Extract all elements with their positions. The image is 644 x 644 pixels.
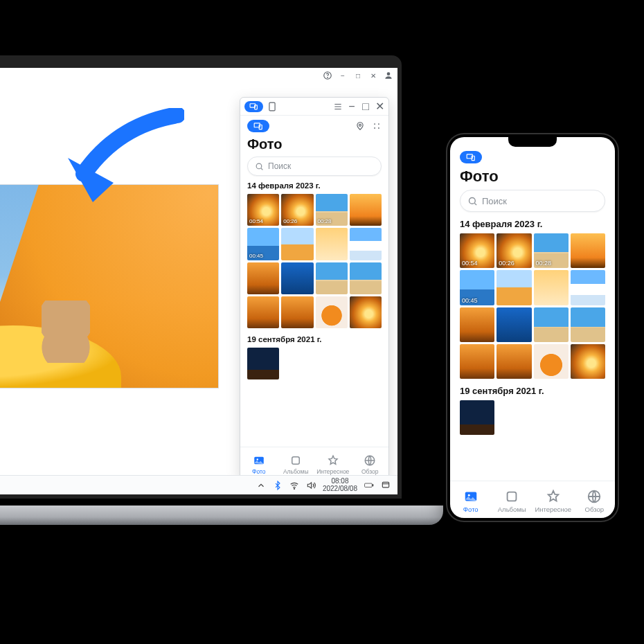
mirror-content[interactable]: 14 февраля 2023 г.00:5400:2600:2800:4519… <box>240 179 388 447</box>
photo-thumbnail[interactable] <box>316 296 348 328</box>
search-input[interactable]: Поиск <box>247 156 382 176</box>
photo-thumbnail[interactable] <box>497 344 531 379</box>
laptop-screen: − □ ✕ <box>0 55 402 499</box>
phone-content[interactable]: 14 февраля 2023 г.00:5400:2600:2800:4519… <box>450 216 615 481</box>
mirror-titlebar: − □ ✕ <box>240 98 388 116</box>
photo-thumbnail[interactable]: 00:26 <box>497 233 531 268</box>
phone-mirror-panel[interactable]: − □ ✕ Фото <box>240 97 389 479</box>
battery-icon[interactable] <box>364 481 374 490</box>
photo-thumbnail[interactable] <box>247 348 279 379</box>
video-duration: 00:28 <box>318 218 332 224</box>
photo-thumbnail[interactable] <box>497 307 531 342</box>
taskbar-clock[interactable]: 08:08 2022/08/08 <box>323 478 357 492</box>
svg-rect-20 <box>373 484 373 485</box>
svg-point-26 <box>468 494 470 497</box>
photo-thumbnail[interactable] <box>571 270 605 305</box>
device-icon[interactable] <box>267 102 277 111</box>
photo-thumbnail[interactable] <box>247 262 279 294</box>
desktop[interactable]: − □ ✕ <box>0 68 397 494</box>
svg-rect-16 <box>292 456 300 464</box>
photos-icon <box>463 489 478 504</box>
phone-notch <box>508 137 557 147</box>
albums-icon <box>504 489 519 504</box>
tab-highlights[interactable]: Интересное <box>314 454 352 475</box>
photo-thumbnail[interactable]: 00:26 <box>281 194 313 226</box>
phone-screen[interactable]: Фото Поиск 14 февраля 2023 г.00:5400:260… <box>450 137 615 518</box>
photo-thumbnail[interactable] <box>281 228 313 260</box>
tab-label: Обзор <box>585 506 604 513</box>
close-icon[interactable]: ✕ <box>368 71 378 80</box>
photo-thumbnail[interactable]: 00:54 <box>460 233 494 268</box>
tab-photos[interactable]: Фото <box>240 454 278 475</box>
user-icon[interactable] <box>384 71 393 80</box>
photo-thumbnail[interactable] <box>571 344 605 379</box>
close-icon[interactable]: ✕ <box>375 102 384 111</box>
multiscreen-chip-icon[interactable] <box>247 120 269 132</box>
chevron-up-icon[interactable] <box>256 481 266 490</box>
photo-thumbnail[interactable] <box>350 262 382 294</box>
photo-thumbnail[interactable] <box>497 270 531 305</box>
photo-thumbnail[interactable]: 00:28 <box>534 233 569 268</box>
photo-thumbnail[interactable] <box>350 228 382 260</box>
taskbar[interactable]: 08:08 2022/08/08 <box>0 475 397 494</box>
tabbar: Фото Альбомы Интересное Обзор <box>240 447 388 478</box>
photo-thumbnail[interactable] <box>460 344 494 379</box>
tab-browse[interactable]: Обзор <box>352 454 389 475</box>
tab-albums[interactable]: Альбомы <box>278 454 315 475</box>
photo-thumbnail[interactable] <box>534 344 569 379</box>
photo-thumbnail[interactable] <box>460 307 494 342</box>
tab-highlights[interactable]: Интересное <box>533 489 574 513</box>
photo-thumbnail[interactable]: 00:45 <box>460 270 494 305</box>
photo-thumbnail[interactable] <box>534 270 569 305</box>
svg-point-8 <box>359 124 361 126</box>
photo-thumbnail[interactable] <box>247 296 279 328</box>
multiscreen-indicator-icon[interactable] <box>244 101 263 112</box>
svg-point-18 <box>294 488 294 489</box>
menu-icon[interactable] <box>333 102 343 111</box>
svg-point-12 <box>378 127 379 129</box>
photos-icon <box>253 454 265 467</box>
maximize-icon[interactable]: □ <box>361 102 370 111</box>
svg-point-15 <box>256 458 258 460</box>
help-icon[interactable] <box>323 71 332 80</box>
maximize-icon[interactable]: □ <box>353 71 363 80</box>
photo-thumbnail[interactable] <box>350 296 382 328</box>
photo-thumbnail[interactable] <box>571 233 605 268</box>
photo-thumbnail[interactable] <box>281 296 313 328</box>
dropped-photo[interactable] <box>0 184 219 388</box>
video-duration: 00:54 <box>462 260 478 267</box>
svg-point-9 <box>374 123 375 125</box>
photo-thumbnail[interactable] <box>571 307 605 342</box>
tab-browse[interactable]: Обзор <box>574 489 616 513</box>
photo-thumbnail[interactable]: 00:45 <box>247 228 279 260</box>
tab-label: Интересное <box>316 468 349 475</box>
photo-thumbnail[interactable] <box>350 194 382 226</box>
notifications-icon[interactable] <box>381 481 391 490</box>
photo-thumbnail[interactable] <box>281 262 313 294</box>
tab-photos[interactable]: Фото <box>450 489 492 513</box>
drag-arrow-icon <box>60 108 184 212</box>
photo-thumbnail[interactable] <box>460 400 494 435</box>
tab-label: Фото <box>252 468 266 475</box>
photo-thumbnail[interactable] <box>316 228 348 260</box>
search-input[interactable]: Поиск <box>460 190 605 212</box>
laptop-base <box>0 506 443 525</box>
taskbar-time: 08:08 <box>323 478 357 485</box>
photo-thumbnail[interactable]: 00:54 <box>247 194 279 226</box>
minimize-icon[interactable]: − <box>347 102 357 111</box>
tab-label: Альбомы <box>283 468 309 475</box>
photo-thumbnail[interactable] <box>534 307 569 342</box>
bluetooth-icon[interactable] <box>273 481 283 490</box>
wifi-icon[interactable] <box>289 481 299 490</box>
photo-thumbnail[interactable]: 00:28 <box>316 194 348 226</box>
minimize-icon[interactable]: − <box>338 71 348 80</box>
globe-icon <box>587 489 602 504</box>
video-duration: 00:45 <box>462 297 478 304</box>
map-pin-icon[interactable] <box>355 121 365 131</box>
multiscreen-chip-icon[interactable] <box>460 151 482 163</box>
grid-icon[interactable] <box>372 121 382 131</box>
volume-icon[interactable] <box>306 481 316 490</box>
taskbar-date: 2022/08/08 <box>323 485 357 493</box>
photo-thumbnail[interactable] <box>316 262 348 294</box>
tab-albums[interactable]: Альбомы <box>492 489 533 513</box>
